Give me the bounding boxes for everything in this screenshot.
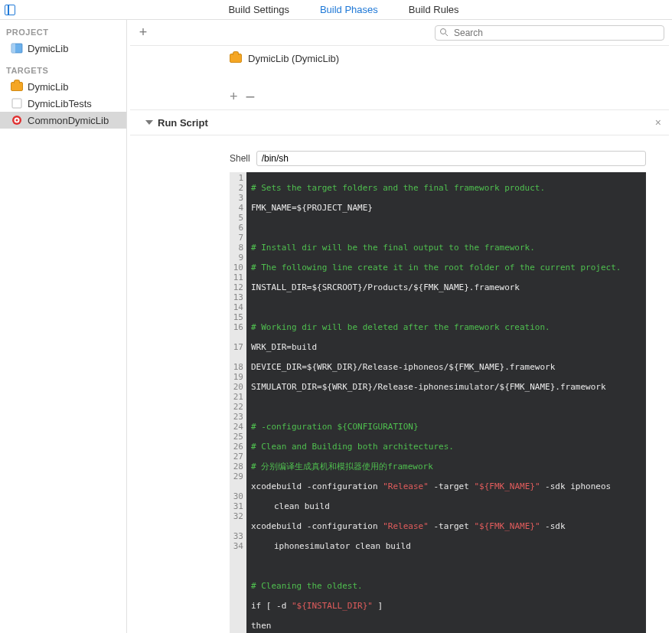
svg-point-5	[16, 119, 18, 122]
framework-icon	[230, 52, 242, 64]
shell-label: Shell	[230, 153, 250, 164]
target-label: DymicLib	[28, 81, 68, 93]
build-tabs: Build Settings Build Phases Build Rules	[15, 4, 672, 15]
remove-phase-button[interactable]: ×	[655, 116, 661, 129]
remove-dependency-button[interactable]: −	[246, 92, 256, 103]
line-gutter: 12345678910111213141516 17 1819202122232…	[230, 172, 246, 633]
target-item-common[interactable]: CommonDymicLib	[0, 112, 126, 129]
topbar: Build Settings Build Phases Build Rules	[0, 0, 672, 20]
panel-toggle-icon[interactable]	[5, 5, 15, 15]
svg-rect-2	[12, 99, 21, 108]
disclosure-icon[interactable]	[145, 120, 153, 129]
tab-build-phases[interactable]: Build Phases	[320, 4, 378, 15]
framework-icon	[11, 80, 23, 93]
script-code[interactable]: # Sets the target folders and the final …	[246, 172, 625, 633]
dependency-label: DymicLib (DymicLib)	[248, 53, 339, 64]
xcodeproj-icon	[11, 42, 23, 54]
script-editor[interactable]: 12345678910111213141516 17 1819202122232…	[230, 172, 646, 633]
tab-build-rules[interactable]: Build Rules	[409, 4, 459, 15]
add-dependency-button[interactable]: +	[230, 89, 238, 105]
targets-section-header: TARGETS	[0, 63, 126, 78]
content-area: + DymicLib (DymicLib) + − Run Script × S…	[127, 20, 672, 633]
project-item[interactable]: DymicLib	[0, 40, 126, 57]
search-input[interactable]	[435, 25, 664, 41]
target-label: CommonDymicLib	[28, 115, 109, 126]
target-item-tests[interactable]: DymicLibTests	[0, 95, 126, 112]
target-label: DymicLibTests	[28, 98, 92, 109]
sidebar: PROJECT DymicLib TARGETS DymicLib DymicL…	[0, 20, 127, 633]
shell-input[interactable]	[256, 151, 646, 166]
aggregate-target-icon	[11, 114, 23, 126]
svg-rect-1	[11, 44, 15, 53]
add-phase-button[interactable]: +	[136, 24, 150, 41]
tests-icon	[11, 97, 23, 109]
target-item-dymiclib[interactable]: DymicLib	[0, 78, 126, 95]
project-label: DymicLib	[28, 43, 68, 54]
project-section-header: PROJECT	[0, 24, 126, 40]
dependency-row[interactable]: DymicLib (DymicLib)	[130, 46, 669, 70]
phase-header[interactable]: Run Script ×	[130, 109, 669, 135]
tab-build-settings[interactable]: Build Settings	[228, 4, 289, 15]
phase-title: Run Script	[158, 117, 208, 129]
